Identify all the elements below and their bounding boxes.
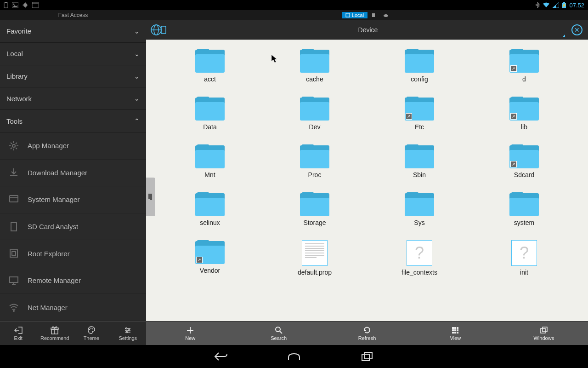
system-icon <box>8 194 19 205</box>
windows-button[interactable]: Windows <box>500 322 588 345</box>
dropdown-indicator-icon[interactable] <box>562 34 565 37</box>
root-icon <box>8 248 19 259</box>
bug-icon <box>22 2 28 8</box>
svg-rect-30 <box>148 194 152 199</box>
device-home-button[interactable] <box>149 21 167 39</box>
document-icon <box>302 240 328 266</box>
file-item[interactable]: Dev <box>265 97 365 131</box>
status-bar: ⚡ 07.52 <box>0 0 588 10</box>
file-item[interactable]: acct <box>160 49 260 83</box>
toolbar-label: Search <box>271 335 287 341</box>
image-icon <box>12 2 18 8</box>
tool-item-download-manager[interactable]: Download Manager <box>0 160 146 187</box>
file-item[interactable]: Data <box>160 97 260 131</box>
sidebar-section-label: Network <box>6 95 32 103</box>
tool-item-sd-card-analyst[interactable]: SD Card Analyst <box>0 213 146 241</box>
file-item[interactable]: ↗ Vendor <box>160 240 260 276</box>
tool-item-app-manager[interactable]: App Manager <box>0 132 146 160</box>
file-label: Proc <box>308 171 322 178</box>
toolbar-label: Theme <box>84 335 99 341</box>
wifi-icon <box>543 2 550 8</box>
nav-home-button[interactable] <box>285 350 303 363</box>
folder-icon <box>509 192 539 216</box>
recommend-button[interactable]: Recommend <box>37 322 74 345</box>
file-item[interactable]: ↗ d <box>474 49 574 83</box>
file-label: file_contexts <box>401 269 437 276</box>
svg-rect-59 <box>362 354 369 361</box>
nav-back-button[interactable] <box>211 350 230 363</box>
location-tab-cloud[interactable] <box>379 12 392 18</box>
svg-point-36 <box>90 328 91 328</box>
file-area[interactable]: acct cache config ↗ d Data Dev <box>146 40 588 321</box>
monitor-icon <box>8 275 19 286</box>
svg-point-37 <box>92 328 93 329</box>
file-item[interactable]: Sys <box>369 192 469 226</box>
file-item[interactable]: selinux <box>160 192 260 226</box>
file-label: d <box>522 75 526 83</box>
svg-rect-9 <box>32 2 39 8</box>
location-tab-sd[interactable] <box>368 12 379 18</box>
file-item[interactable]: ?file_contexts <box>369 240 469 276</box>
svg-rect-60 <box>365 352 372 359</box>
tool-label: SD Card Analyst <box>28 223 78 230</box>
svg-rect-56 <box>457 332 458 334</box>
svg-rect-17 <box>10 250 17 257</box>
sidebar-toolbar: Exit Recommend Theme Settings <box>0 321 146 345</box>
view-button[interactable]: View <box>411 322 499 345</box>
svg-rect-57 <box>541 328 545 333</box>
file-item[interactable]: ?init <box>474 240 574 276</box>
svg-rect-24 <box>372 13 375 17</box>
file-item[interactable]: Proc <box>265 144 365 178</box>
sidebar-section-network[interactable]: Network ⌄ <box>0 87 146 110</box>
file-item[interactable]: Sbin <box>369 144 469 178</box>
sidebar-collapse-handle[interactable] <box>146 178 155 216</box>
status-time: 07.52 <box>569 2 584 9</box>
svg-rect-50 <box>457 327 458 329</box>
file-item[interactable]: cache <box>265 49 365 83</box>
folder-icon <box>300 144 329 168</box>
sidebar-section-tools[interactable]: Tools ⌃ <box>0 110 146 132</box>
file-item[interactable]: Mnt <box>160 144 260 178</box>
nav-recent-button[interactable] <box>358 350 377 363</box>
file-item[interactable]: config <box>369 49 469 83</box>
file-item[interactable]: system <box>474 192 574 226</box>
folder-icon: ↗ <box>405 97 434 121</box>
svg-rect-52 <box>454 329 456 331</box>
file-label: Dev <box>309 123 321 131</box>
search-button[interactable]: Search <box>234 322 322 345</box>
theme-button[interactable]: Theme <box>73 322 110 345</box>
sidebar-section-library[interactable]: Library ⌄ <box>0 65 146 88</box>
file-item[interactable]: ↗ lib <box>474 97 574 131</box>
download-icon <box>8 167 19 178</box>
symlink-badge-icon: ↗ <box>510 161 517 167</box>
file-item[interactable]: ↗ Sdcard <box>474 144 574 178</box>
unknown-file-icon: ? <box>407 240 432 266</box>
exit-button[interactable]: Exit <box>0 322 37 345</box>
tool-item-root-explorer[interactable]: Root Explorer <box>0 240 146 267</box>
tool-item-net-manager[interactable]: Net Manager <box>0 294 146 321</box>
file-label: cache <box>306 75 323 83</box>
file-item[interactable]: ↗ Etc <box>369 97 469 131</box>
sidebar-section-favorite[interactable]: Favorite ⌄ <box>0 20 146 43</box>
path-current[interactable]: Device <box>167 26 569 34</box>
symlink-badge-icon: ↗ <box>510 113 517 120</box>
toolbar-label: Refresh <box>358 335 376 341</box>
location-tabs: Local <box>146 10 588 20</box>
file-label: Vendor <box>200 267 220 274</box>
svg-point-4 <box>23 3 27 7</box>
settings-button[interactable]: Settings <box>110 322 147 345</box>
tool-item-system-manager[interactable]: System Manager <box>0 186 146 213</box>
sidebar-section-local[interactable]: Local ⌄ <box>0 43 146 65</box>
file-item[interactable]: Storage <box>265 192 365 226</box>
close-tab-button[interactable]: ✕ <box>569 22 585 38</box>
refresh-button[interactable]: Refresh <box>323 322 411 345</box>
svg-point-3 <box>13 4 15 5</box>
tool-item-remote-manager[interactable]: Remote Manager <box>0 267 146 294</box>
chevron-down-icon: ⌄ <box>134 50 140 58</box>
file-item[interactable]: default.prop <box>265 240 365 276</box>
folder-icon: ↗ <box>509 49 539 73</box>
svg-rect-55 <box>454 332 456 334</box>
new-button[interactable]: New <box>146 322 234 345</box>
location-tab-local[interactable]: Local <box>342 12 368 18</box>
file-label: config <box>411 75 428 83</box>
